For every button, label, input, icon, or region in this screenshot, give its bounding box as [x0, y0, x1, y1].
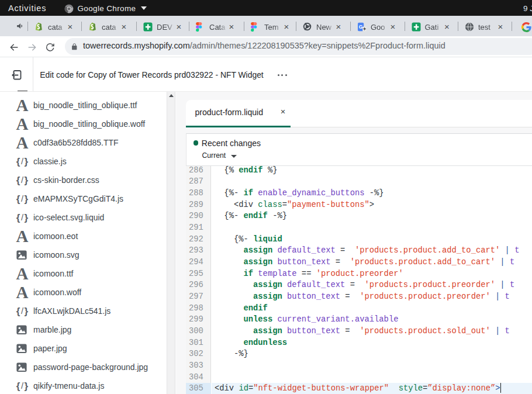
svg-text:G: G	[359, 23, 363, 29]
